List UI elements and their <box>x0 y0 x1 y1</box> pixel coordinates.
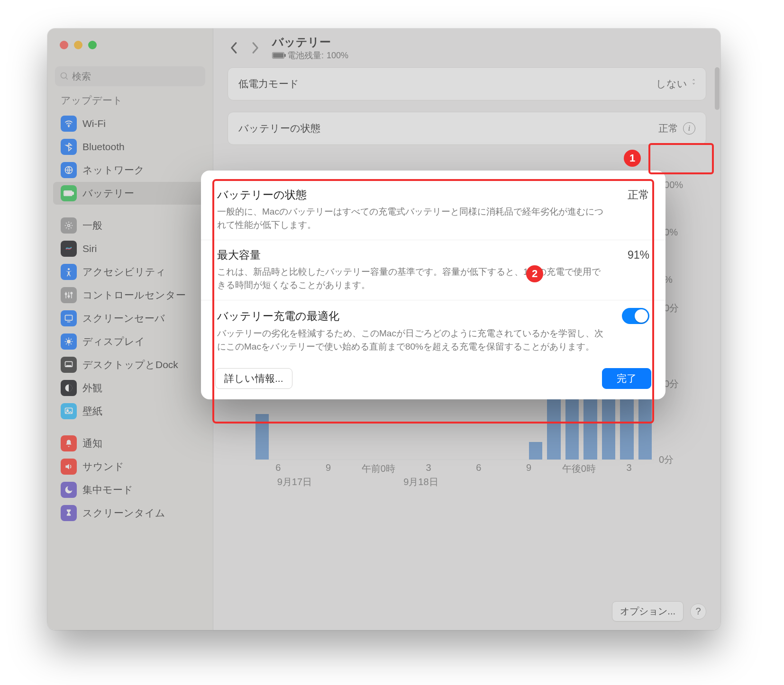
ytick: 60分 <box>659 302 706 315</box>
page-title: バッテリー <box>272 35 348 50</box>
battery-health-row: バッテリーの状態 正常 i <box>228 112 706 144</box>
sidebar-item-wallpaper[interactable]: 壁紙 <box>53 400 207 423</box>
appearance-icon <box>61 380 77 396</box>
sidebar-item-label: スクリーンタイム <box>82 506 165 520</box>
dialog-health-value: 正常 <box>628 188 649 202</box>
dialog-optimize-desc: バッテリーの劣化を軽減するため、このMacが日ごろどのように充電されているかを学… <box>217 327 606 353</box>
help-button[interactable]: ? <box>690 604 706 620</box>
svg-rect-6 <box>73 192 74 194</box>
row-label: 低電力モード <box>238 77 299 90</box>
hourglass-icon <box>61 505 77 521</box>
sidebar-item-bell[interactable]: 通知 <box>53 432 207 455</box>
close-window-button[interactable] <box>60 41 68 49</box>
chevron-left-icon <box>230 42 238 54</box>
sidebar-item-sound[interactable]: サウンド <box>53 455 207 478</box>
zoom-window-button[interactable] <box>88 41 97 49</box>
dialog-row-health: バッテリーの状態 正常 一般的に、Macのバッテリーはすべての充電式バッテリーと… <box>201 180 665 240</box>
sidebar-item-globe[interactable]: ネットワーク <box>53 159 207 181</box>
more-info-button[interactable]: 詳しい情報... <box>215 368 292 389</box>
sidebar-item-label: サウンド <box>82 460 124 473</box>
wallpaper-icon <box>61 403 77 419</box>
xtick: 9 <box>326 462 331 473</box>
gear-icon <box>61 217 77 234</box>
xtick: 9 <box>526 462 531 473</box>
usage-bar <box>529 442 542 460</box>
sidebar-item-label: アップデート <box>61 94 123 107</box>
sidebar-item-label: Wi-Fi <box>82 118 106 129</box>
battery-health-value[interactable]: 正常 i <box>658 122 695 135</box>
info-icon[interactable]: i <box>683 122 695 135</box>
svg-point-7 <box>68 225 70 227</box>
sidebar: アップデート Wi-FiBluetoothネットワークバッテリー一般Siriアク… <box>47 28 213 630</box>
svg-point-17 <box>67 340 71 343</box>
options-button[interactable]: オプション... <box>612 601 684 622</box>
svg-point-15 <box>71 292 72 294</box>
svg-point-9 <box>68 268 70 270</box>
sound-icon <box>61 459 77 475</box>
sidebar-item-sliders[interactable]: コントロールセンター <box>53 284 207 306</box>
sun-icon <box>61 333 77 350</box>
xtick: 6 <box>275 462 281 473</box>
search-input[interactable] <box>72 71 201 82</box>
sidebar-item-siri[interactable]: Siri <box>53 237 207 260</box>
sidebar-item-label: スクリーンセーバ <box>82 312 165 325</box>
svg-point-14 <box>68 296 69 297</box>
screen-icon <box>61 310 77 326</box>
dialog-optimize-title: バッテリー充電の最適化 <box>217 309 339 324</box>
page-subtitle: 電池残量: 100% <box>272 50 348 61</box>
sidebar-item-label: 壁紙 <box>82 405 102 418</box>
dialog-health-title: バッテリーの状態 <box>217 188 307 202</box>
dialog-row-capacity: 最大容量 91% これは、新品時と比較したバッテリー容量の基準です。容量が低下す… <box>201 240 665 300</box>
sidebar-item-hourglass[interactable]: スクリーンタイム <box>53 502 207 524</box>
sidebar-item-moon[interactable]: 集中モード <box>53 478 207 501</box>
sidebar-item-battery[interactable]: バッテリー <box>53 182 207 205</box>
sidebar-item-bluetooth[interactable]: Bluetooth <box>53 135 207 158</box>
sidebar-item-acc[interactable]: アクセシビリティ <box>53 261 207 283</box>
ytick: 30分 <box>659 378 706 390</box>
sidebar-item-sun[interactable]: ディスプレイ <box>53 330 207 353</box>
sidebar-item-label: ディスプレイ <box>82 335 145 348</box>
footer: オプション... ? <box>612 601 706 622</box>
minimize-window-button[interactable] <box>74 41 82 49</box>
dialog-capacity-value: 91% <box>628 249 649 261</box>
done-button[interactable]: 完了 <box>602 368 651 389</box>
low-power-row[interactable]: 低電力モード しない ˄˅ <box>228 68 706 100</box>
header: バッテリー 電池残量: 100% <box>213 28 720 67</box>
sidebar-item-label: 通知 <box>82 437 102 450</box>
xtick: 3 <box>627 462 632 473</box>
sidebar-item-gear[interactable]: 一般 <box>53 214 207 237</box>
search-field[interactable] <box>55 66 205 86</box>
sidebar-item-appearance[interactable]: 外観 <box>53 377 207 399</box>
svg-rect-19 <box>66 366 71 367</box>
row-label: バッテリーの状態 <box>238 122 320 135</box>
back-button[interactable] <box>224 37 245 58</box>
xtick: 午後0時 <box>562 462 596 475</box>
svg-line-1 <box>66 78 68 80</box>
sidebar-item-label: 一般 <box>82 219 102 232</box>
low-power-value[interactable]: しない ˄˅ <box>656 77 695 90</box>
sidebar-item-label: ネットワーク <box>82 163 145 177</box>
wifi-icon <box>61 116 77 132</box>
svg-point-2 <box>68 126 69 127</box>
sidebar-list: アップデート Wi-FiBluetoothネットワークバッテリー一般Siriアク… <box>47 92 213 630</box>
battery-icon <box>61 185 77 201</box>
xtick: 6 <box>476 462 481 473</box>
bluetooth-icon <box>61 139 77 155</box>
moon-icon <box>61 482 77 498</box>
sidebar-item-screen[interactable]: スクリーンセーバ <box>53 307 207 330</box>
acc-icon <box>61 264 77 280</box>
sidebar-item-label: 集中モード <box>82 483 133 496</box>
sidebar-item-truncated[interactable]: アップデート <box>53 92 207 112</box>
sidebar-item-label: コントロールセンター <box>82 288 186 302</box>
battery-icon <box>272 52 284 59</box>
search-icon <box>60 72 69 81</box>
svg-rect-5 <box>65 192 72 195</box>
optimize-toggle[interactable] <box>622 308 649 324</box>
dialog-row-optimize: バッテリー充電の最適化 バッテリーの劣化を軽減するため、このMacが日ごろどのよ… <box>201 300 665 361</box>
scrollbar[interactable] <box>715 67 720 110</box>
sliders-icon <box>61 287 77 303</box>
sidebar-item-desktop[interactable]: デスクトップとDock <box>53 353 207 376</box>
sidebar-item-wifi[interactable]: Wi-Fi <box>53 112 207 135</box>
forward-button[interactable] <box>245 37 265 58</box>
window-controls <box>60 41 97 49</box>
